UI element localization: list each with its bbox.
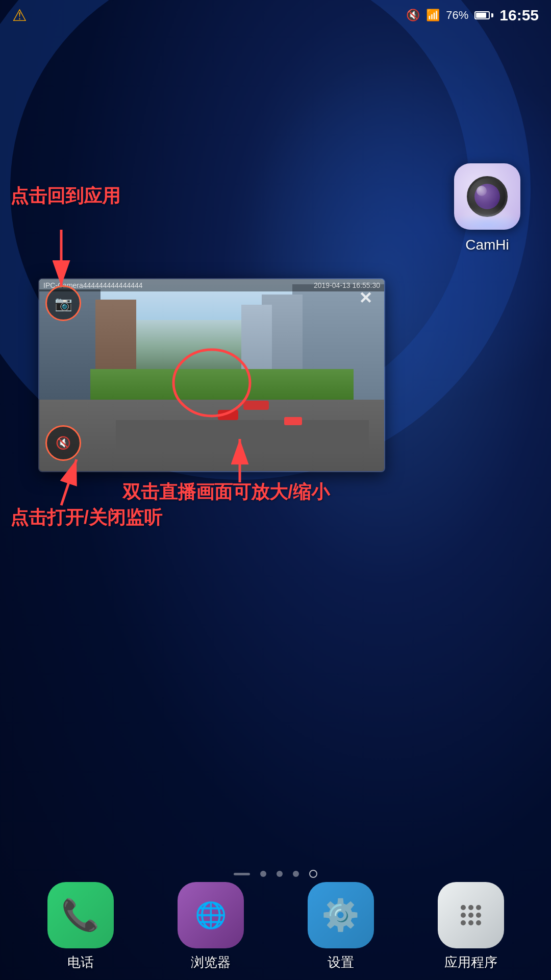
- status-left: ⚠: [12, 6, 27, 25]
- dock-item-settings[interactable]: ⚙️ 设置: [295, 882, 387, 971]
- camera-feed: [39, 279, 384, 471]
- camera-preview[interactable]: IPC-Camera444444444444444 2019-04-13 16:…: [38, 278, 385, 472]
- settings-symbol: ⚙️: [321, 897, 360, 933]
- settings-label: 设置: [328, 953, 354, 971]
- indicator-dot-2[interactable]: [277, 871, 283, 877]
- dock-item-apps[interactable]: 应用程序: [425, 882, 517, 971]
- camera-icon: 📷: [55, 295, 72, 312]
- camhi-app-label: CamHi: [465, 237, 509, 253]
- annotation-bottom-right: 双击直播画面可放大/缩小: [122, 480, 330, 505]
- icon-shine: [457, 217, 518, 230]
- indicator-dot-1[interactable]: [260, 871, 266, 877]
- phone-label: 电话: [67, 953, 94, 971]
- browser-icon[interactable]: 🌐: [178, 882, 244, 948]
- wifi-icon: 📶: [426, 9, 440, 22]
- apps-icon[interactable]: [438, 882, 504, 948]
- road-lane: [116, 420, 369, 451]
- svg-point-9: [468, 913, 473, 918]
- phone-symbol: 📞: [61, 897, 99, 933]
- preview-close-button[interactable]: ✕: [353, 285, 378, 311]
- camhi-app-icon[interactable]: [454, 163, 520, 230]
- status-right: 🔇 📶 76% 16:55: [406, 7, 539, 24]
- svg-point-12: [468, 920, 473, 925]
- svg-point-10: [476, 913, 481, 918]
- bottom-dock: 📞 电话 🌐 浏览器 ⚙️ 设置 应用程序: [0, 883, 551, 980]
- preview-info-bar: IPC-Camera444444444444444 2019-04-13 16:…: [39, 279, 384, 291]
- preview-camera-button[interactable]: 📷: [45, 285, 81, 321]
- dock-item-browser[interactable]: 🌐 浏览器: [165, 882, 257, 971]
- status-bar: ⚠ 🔇 📶 76% 16:55: [0, 0, 551, 31]
- browser-label: 浏览器: [191, 953, 231, 971]
- apps-grid-icon: [456, 900, 486, 930]
- dock-item-phone[interactable]: 📞 电话: [35, 882, 127, 971]
- settings-icon[interactable]: ⚙️: [308, 882, 374, 948]
- preview-audio-button[interactable]: 🔇: [45, 425, 81, 461]
- car-red-1: [218, 410, 238, 420]
- mute-icon: 🔇: [406, 9, 420, 22]
- indicator-dot-3[interactable]: [293, 871, 299, 877]
- indicator-circle[interactable]: [309, 870, 317, 878]
- car-red-3: [284, 417, 302, 425]
- car-red-2: [243, 401, 269, 410]
- camhi-app-area[interactable]: CamHi: [454, 163, 520, 253]
- page-indicators: [0, 870, 551, 878]
- status-time: 16:55: [499, 7, 539, 24]
- battery-percentage: 76%: [446, 9, 468, 22]
- annotation-top-left: 点击回到应用: [10, 184, 120, 209]
- svg-point-5: [461, 905, 466, 910]
- annotation-bottom-left: 点击打开/关闭监听: [10, 505, 162, 530]
- apps-label: 应用程序: [444, 953, 497, 971]
- browser-symbol: 🌐: [195, 900, 227, 930]
- battery-icon: [474, 11, 493, 19]
- warning-icon: ⚠: [12, 6, 27, 25]
- svg-point-7: [476, 905, 481, 910]
- svg-point-13: [476, 920, 481, 925]
- indicator-lines[interactable]: [234, 873, 250, 875]
- close-icon: ✕: [359, 288, 372, 308]
- svg-point-11: [461, 920, 466, 925]
- phone-icon[interactable]: 📞: [47, 882, 114, 948]
- svg-point-6: [468, 905, 473, 910]
- camera-lens: [467, 176, 508, 217]
- mute-speaker-icon: 🔇: [56, 436, 71, 450]
- svg-point-8: [461, 913, 466, 918]
